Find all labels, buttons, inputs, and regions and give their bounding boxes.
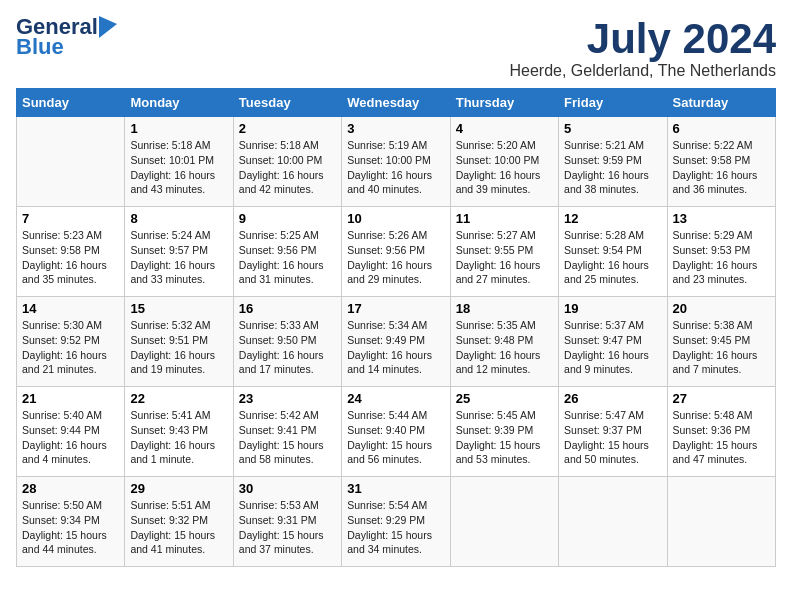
day-info: Sunrise: 5:41 AM Sunset: 9:43 PM Dayligh…: [130, 408, 227, 467]
calendar-cell: [17, 117, 125, 207]
calendar-cell: 10Sunrise: 5:26 AM Sunset: 9:56 PM Dayli…: [342, 207, 450, 297]
calendar-cell: 30Sunrise: 5:53 AM Sunset: 9:31 PM Dayli…: [233, 477, 341, 567]
logo-blue-text: Blue: [16, 34, 64, 59]
day-info: Sunrise: 5:24 AM Sunset: 9:57 PM Dayligh…: [130, 228, 227, 287]
day-number: 30: [239, 481, 336, 496]
day-info: Sunrise: 5:26 AM Sunset: 9:56 PM Dayligh…: [347, 228, 444, 287]
day-info: Sunrise: 5:53 AM Sunset: 9:31 PM Dayligh…: [239, 498, 336, 557]
day-info: Sunrise: 5:33 AM Sunset: 9:50 PM Dayligh…: [239, 318, 336, 377]
day-info: Sunrise: 5:28 AM Sunset: 9:54 PM Dayligh…: [564, 228, 661, 287]
weekday-header-monday: Monday: [125, 89, 233, 117]
day-info: Sunrise: 5:38 AM Sunset: 9:45 PM Dayligh…: [673, 318, 770, 377]
calendar-week-row: 1Sunrise: 5:18 AM Sunset: 10:01 PM Dayli…: [17, 117, 776, 207]
day-info: Sunrise: 5:34 AM Sunset: 9:49 PM Dayligh…: [347, 318, 444, 377]
calendar-cell: 4Sunrise: 5:20 AM Sunset: 10:00 PM Dayli…: [450, 117, 558, 207]
logo-icon: [99, 16, 117, 38]
weekday-header-thursday: Thursday: [450, 89, 558, 117]
calendar-cell: 5Sunrise: 5:21 AM Sunset: 9:59 PM Daylig…: [559, 117, 667, 207]
day-number: 4: [456, 121, 553, 136]
calendar-cell: 23Sunrise: 5:42 AM Sunset: 9:41 PM Dayli…: [233, 387, 341, 477]
day-info: Sunrise: 5:51 AM Sunset: 9:32 PM Dayligh…: [130, 498, 227, 557]
day-number: 25: [456, 391, 553, 406]
day-info: Sunrise: 5:23 AM Sunset: 9:58 PM Dayligh…: [22, 228, 119, 287]
day-number: 23: [239, 391, 336, 406]
day-number: 3: [347, 121, 444, 136]
day-number: 6: [673, 121, 770, 136]
day-info: Sunrise: 5:18 AM Sunset: 10:00 PM Daylig…: [239, 138, 336, 197]
day-number: 1: [130, 121, 227, 136]
weekday-header-saturday: Saturday: [667, 89, 775, 117]
page-header: General Blue July 2024 Heerde, Gelderlan…: [16, 16, 776, 80]
day-info: Sunrise: 5:35 AM Sunset: 9:48 PM Dayligh…: [456, 318, 553, 377]
day-info: Sunrise: 5:29 AM Sunset: 9:53 PM Dayligh…: [673, 228, 770, 287]
weekday-header-sunday: Sunday: [17, 89, 125, 117]
calendar-cell: 19Sunrise: 5:37 AM Sunset: 9:47 PM Dayli…: [559, 297, 667, 387]
calendar-cell: 22Sunrise: 5:41 AM Sunset: 9:43 PM Dayli…: [125, 387, 233, 477]
calendar-cell: 3Sunrise: 5:19 AM Sunset: 10:00 PM Dayli…: [342, 117, 450, 207]
day-number: 10: [347, 211, 444, 226]
calendar-cell: 14Sunrise: 5:30 AM Sunset: 9:52 PM Dayli…: [17, 297, 125, 387]
calendar-cell: 6Sunrise: 5:22 AM Sunset: 9:58 PM Daylig…: [667, 117, 775, 207]
calendar-cell: 29Sunrise: 5:51 AM Sunset: 9:32 PM Dayli…: [125, 477, 233, 567]
svg-marker-0: [99, 16, 117, 38]
day-info: Sunrise: 5:18 AM Sunset: 10:01 PM Daylig…: [130, 138, 227, 197]
day-number: 11: [456, 211, 553, 226]
calendar-cell: 20Sunrise: 5:38 AM Sunset: 9:45 PM Dayli…: [667, 297, 775, 387]
calendar-cell: [450, 477, 558, 567]
title-block: July 2024 Heerde, Gelderland, The Nether…: [509, 16, 776, 80]
logo: General Blue: [16, 16, 118, 60]
calendar-header: SundayMondayTuesdayWednesdayThursdayFrid…: [17, 89, 776, 117]
day-number: 8: [130, 211, 227, 226]
day-number: 27: [673, 391, 770, 406]
calendar-cell: 31Sunrise: 5:54 AM Sunset: 9:29 PM Dayli…: [342, 477, 450, 567]
day-number: 22: [130, 391, 227, 406]
day-number: 13: [673, 211, 770, 226]
month-title: July 2024: [509, 16, 776, 62]
day-info: Sunrise: 5:19 AM Sunset: 10:00 PM Daylig…: [347, 138, 444, 197]
calendar-cell: 7Sunrise: 5:23 AM Sunset: 9:58 PM Daylig…: [17, 207, 125, 297]
calendar-cell: 12Sunrise: 5:28 AM Sunset: 9:54 PM Dayli…: [559, 207, 667, 297]
day-info: Sunrise: 5:40 AM Sunset: 9:44 PM Dayligh…: [22, 408, 119, 467]
day-number: 28: [22, 481, 119, 496]
day-number: 15: [130, 301, 227, 316]
calendar-body: 1Sunrise: 5:18 AM Sunset: 10:01 PM Dayli…: [17, 117, 776, 567]
calendar-cell: 17Sunrise: 5:34 AM Sunset: 9:49 PM Dayli…: [342, 297, 450, 387]
day-info: Sunrise: 5:32 AM Sunset: 9:51 PM Dayligh…: [130, 318, 227, 377]
weekday-header-friday: Friday: [559, 89, 667, 117]
day-number: 2: [239, 121, 336, 136]
calendar-cell: 21Sunrise: 5:40 AM Sunset: 9:44 PM Dayli…: [17, 387, 125, 477]
day-info: Sunrise: 5:48 AM Sunset: 9:36 PM Dayligh…: [673, 408, 770, 467]
calendar-cell: 8Sunrise: 5:24 AM Sunset: 9:57 PM Daylig…: [125, 207, 233, 297]
calendar-cell: 13Sunrise: 5:29 AM Sunset: 9:53 PM Dayli…: [667, 207, 775, 297]
day-number: 24: [347, 391, 444, 406]
day-number: 31: [347, 481, 444, 496]
calendar-cell: 2Sunrise: 5:18 AM Sunset: 10:00 PM Dayli…: [233, 117, 341, 207]
calendar-cell: [667, 477, 775, 567]
day-info: Sunrise: 5:37 AM Sunset: 9:47 PM Dayligh…: [564, 318, 661, 377]
day-number: 14: [22, 301, 119, 316]
day-info: Sunrise: 5:21 AM Sunset: 9:59 PM Dayligh…: [564, 138, 661, 197]
calendar-cell: 25Sunrise: 5:45 AM Sunset: 9:39 PM Dayli…: [450, 387, 558, 477]
day-number: 12: [564, 211, 661, 226]
calendar-cell: 27Sunrise: 5:48 AM Sunset: 9:36 PM Dayli…: [667, 387, 775, 477]
day-number: 18: [456, 301, 553, 316]
calendar-cell: 18Sunrise: 5:35 AM Sunset: 9:48 PM Dayli…: [450, 297, 558, 387]
day-number: 7: [22, 211, 119, 226]
calendar-cell: 9Sunrise: 5:25 AM Sunset: 9:56 PM Daylig…: [233, 207, 341, 297]
day-info: Sunrise: 5:25 AM Sunset: 9:56 PM Dayligh…: [239, 228, 336, 287]
weekday-header-tuesday: Tuesday: [233, 89, 341, 117]
day-info: Sunrise: 5:27 AM Sunset: 9:55 PM Dayligh…: [456, 228, 553, 287]
day-info: Sunrise: 5:42 AM Sunset: 9:41 PM Dayligh…: [239, 408, 336, 467]
location-text: Heerde, Gelderland, The Netherlands: [509, 62, 776, 80]
calendar-cell: 24Sunrise: 5:44 AM Sunset: 9:40 PM Dayli…: [342, 387, 450, 477]
calendar-week-row: 28Sunrise: 5:50 AM Sunset: 9:34 PM Dayli…: [17, 477, 776, 567]
day-info: Sunrise: 5:45 AM Sunset: 9:39 PM Dayligh…: [456, 408, 553, 467]
day-number: 29: [130, 481, 227, 496]
day-number: 26: [564, 391, 661, 406]
calendar-cell: 15Sunrise: 5:32 AM Sunset: 9:51 PM Dayli…: [125, 297, 233, 387]
day-info: Sunrise: 5:20 AM Sunset: 10:00 PM Daylig…: [456, 138, 553, 197]
calendar-cell: 26Sunrise: 5:47 AM Sunset: 9:37 PM Dayli…: [559, 387, 667, 477]
day-number: 19: [564, 301, 661, 316]
calendar-table: SundayMondayTuesdayWednesdayThursdayFrid…: [16, 88, 776, 567]
calendar-week-row: 14Sunrise: 5:30 AM Sunset: 9:52 PM Dayli…: [17, 297, 776, 387]
